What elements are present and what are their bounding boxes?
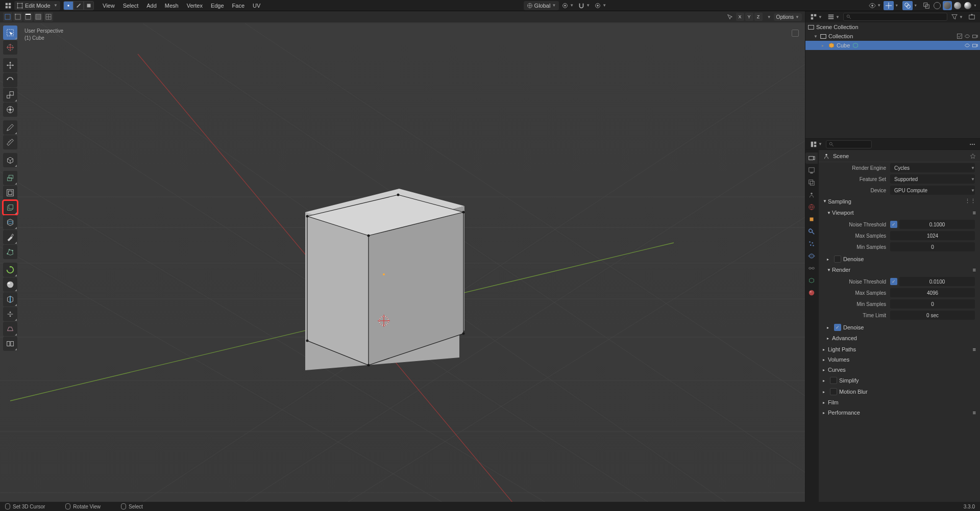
spin-tool[interactable]	[3, 263, 17, 277]
extrude-region-tool[interactable]	[3, 171, 17, 185]
shrink-fatten-tool[interactable]	[3, 307, 17, 321]
mesh-select-mode-2[interactable]	[13, 12, 22, 21]
curves-panel[interactable]: ▸Curves	[819, 365, 980, 375]
menu-mesh[interactable]: Mesh	[161, 3, 182, 9]
modifier-tab[interactable]	[805, 226, 818, 237]
performance-panel[interactable]: ▸Performance≡	[819, 407, 980, 418]
feature-set-value[interactable]: Supported▼	[890, 174, 975, 184]
r-time-limit[interactable]: 0 sec	[890, 311, 975, 320]
outliner-scene-collection[interactable]: Scene Collection	[805, 22, 980, 32]
r-denoise-subpanel[interactable]: ▸✓Denoise	[823, 322, 980, 333]
outliner-cube-item[interactable]: ▸ Cube	[805, 41, 980, 50]
particles-tab[interactable]	[805, 238, 818, 249]
physics-tab[interactable]	[805, 250, 818, 262]
add-cube-tool[interactable]	[3, 153, 17, 167]
simplify-panel[interactable]: ▸Simplify	[819, 375, 980, 386]
snapping[interactable]: ▼	[576, 1, 592, 10]
show-gizmo[interactable]	[884, 1, 894, 10]
inset-faces-tool[interactable]	[3, 186, 17, 200]
motion-blur-panel[interactable]: ▸Motion Blur	[819, 386, 980, 397]
r-min-samples[interactable]: 0	[890, 299, 975, 309]
editor-type-menu[interactable]	[3, 1, 13, 10]
sampling-panel[interactable]: ▼Sampling⋮⋮	[819, 196, 980, 207]
new-collection-icon[interactable]	[967, 12, 977, 21]
options-dropdown[interactable]: Options▼	[774, 13, 802, 21]
menu-add[interactable]: Add	[143, 3, 160, 9]
menu-face[interactable]: Face	[229, 3, 248, 9]
eye-icon[interactable]	[964, 33, 970, 39]
solid-shading[interactable]	[943, 1, 952, 10]
material-tab[interactable]	[805, 287, 818, 298]
vp-max-samples[interactable]: 1024	[890, 231, 975, 240]
device-value[interactable]: GPU Compute▼	[890, 186, 975, 195]
edge-select-mode[interactable]	[74, 1, 84, 10]
measure-tool[interactable]	[3, 135, 17, 149]
camera-icon[interactable]	[972, 33, 978, 39]
smooth-tool[interactable]	[3, 277, 17, 292]
pin-icon[interactable]	[970, 153, 976, 159]
rip-region-tool[interactable]	[3, 337, 17, 351]
proportional-editing[interactable]: ▼	[593, 1, 608, 10]
nav-gizmo-strip[interactable]	[792, 30, 800, 38]
xray-toggle[interactable]	[921, 1, 932, 10]
eye-icon[interactable]	[964, 42, 970, 48]
loop-cut-tool[interactable]	[3, 215, 17, 229]
selectability-icon[interactable]	[725, 12, 735, 21]
rotate-tool[interactable]	[3, 73, 17, 87]
outliner-view-mode[interactable]: ▼	[826, 12, 841, 21]
outliner-display-mode[interactable]: ▼	[808, 12, 824, 21]
menu-edge[interactable]: Edge	[207, 3, 228, 9]
mesh-visibility[interactable]: ▼	[867, 1, 883, 10]
properties-editor-type[interactable]: ▼	[808, 140, 824, 149]
knife-tool[interactable]	[3, 230, 17, 244]
volumes-panel[interactable]: ▸Volumes	[819, 354, 980, 365]
transform-orientation[interactable]: Global ▼	[524, 1, 559, 10]
advanced-subpanel[interactable]: ▸Advanced	[823, 333, 980, 343]
select-box-tool[interactable]	[3, 25, 17, 40]
menu-uv[interactable]: UV	[249, 3, 264, 9]
outliner-search[interactable]	[843, 13, 947, 21]
axis-z[interactable]: Z	[754, 13, 763, 21]
menu-view[interactable]: View	[99, 3, 118, 9]
light-paths-panel[interactable]: ▸Light Paths≡	[819, 344, 980, 354]
mesh-data-tab[interactable]	[805, 275, 818, 286]
viewport-subpanel[interactable]: ▼Viewport≡	[823, 208, 980, 218]
menu-select[interactable]: Select	[119, 3, 142, 9]
outliner-collection[interactable]: ▼ Collection	[805, 32, 980, 41]
wireframe-shading[interactable]	[933, 1, 942, 10]
axis-x[interactable]: X	[736, 13, 744, 21]
properties-search[interactable]	[826, 140, 872, 148]
viewlayer-tab[interactable]	[805, 177, 818, 188]
vp-denoise-subpanel[interactable]: ▸Denoise	[823, 253, 980, 265]
camera-icon[interactable]	[972, 42, 978, 48]
r-noise-value[interactable]: 0.0100	[899, 277, 975, 286]
r-max-samples[interactable]: 4096	[890, 288, 975, 297]
material-shading[interactable]	[953, 1, 962, 10]
vp-noise-value[interactable]: 0.1000	[899, 220, 975, 229]
world-tab[interactable]	[805, 201, 818, 213]
move-tool[interactable]	[3, 58, 17, 72]
output-tab[interactable]	[805, 165, 818, 176]
scene-tab[interactable]	[805, 189, 818, 200]
render-tab[interactable]	[805, 152, 818, 164]
edge-slide-tool[interactable]	[3, 292, 17, 306]
mirror-dropdown[interactable]: ▼	[764, 12, 773, 21]
disclosure-triangle[interactable]: ▸	[822, 43, 828, 48]
render-engine-value[interactable]: Cycles▼	[890, 163, 975, 172]
axis-y[interactable]: Y	[745, 13, 753, 21]
show-overlays[interactable]	[902, 1, 913, 10]
cursor-tool[interactable]	[3, 40, 17, 55]
shear-tool[interactable]	[3, 322, 17, 336]
render-subpanel[interactable]: ▼Render≡	[823, 265, 980, 275]
r-noise-checkbox[interactable]: ✓	[890, 278, 897, 285]
mode-selector[interactable]: Edit Mode ▼	[14, 1, 60, 10]
constraints-tab[interactable]	[805, 263, 818, 274]
disclosure-triangle[interactable]: ▼	[814, 34, 820, 39]
mesh-select-mode-4[interactable]	[34, 12, 43, 21]
transform-tool[interactable]	[3, 103, 17, 117]
pivot-point[interactable]: ▼	[560, 1, 575, 10]
checkbox-icon[interactable]	[957, 33, 963, 39]
vp-min-samples[interactable]: 0	[890, 242, 975, 251]
mesh-select-mode-1[interactable]	[3, 12, 12, 21]
film-panel[interactable]: ▸Film	[819, 397, 980, 407]
